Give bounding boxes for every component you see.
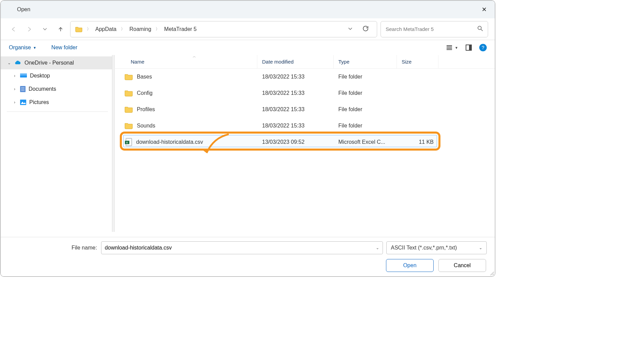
column-name[interactable]: Name bbox=[114, 55, 257, 68]
column-headers: Name Date modified Type Size bbox=[114, 55, 495, 69]
view-menu-button[interactable]: ▼ bbox=[447, 45, 458, 50]
column-date-modified[interactable]: Date modified bbox=[257, 55, 334, 68]
arrow-right-icon bbox=[26, 26, 32, 32]
toolbar: Organise ▼ New folder ▼ ? bbox=[1, 40, 495, 55]
arrow-up-icon bbox=[58, 26, 64, 32]
caret-down-icon: ▼ bbox=[455, 46, 458, 50]
tree-item-documents[interactable]: › Documents bbox=[1, 82, 114, 96]
filename-input[interactable] bbox=[105, 245, 376, 251]
chevron-down-icon: ⌄ bbox=[479, 245, 482, 250]
file-type: Microsoft Excel C... bbox=[334, 139, 397, 145]
organise-label: Organise bbox=[9, 45, 31, 51]
svg-rect-8 bbox=[20, 100, 26, 105]
preview-pane-button[interactable] bbox=[466, 45, 472, 51]
breadcrumb-roaming[interactable]: Roaming bbox=[129, 25, 151, 33]
file-date: 18/03/2022 15:33 bbox=[257, 74, 334, 80]
tree-label: Documents bbox=[29, 86, 56, 92]
pictures-icon bbox=[20, 99, 27, 105]
caret-down-icon: ▼ bbox=[33, 46, 36, 50]
list-view-icon bbox=[447, 45, 452, 50]
chevron-down-icon bbox=[43, 27, 47, 32]
tree-label: Desktop bbox=[30, 73, 50, 79]
chevron-down-icon bbox=[348, 27, 352, 31]
filename-label: File name: bbox=[9, 245, 98, 251]
file-rows: Bases18/03/2022 15:33File folderConfig18… bbox=[114, 69, 495, 150]
svg-text:X: X bbox=[126, 141, 128, 144]
file-type: File folder bbox=[334, 90, 397, 96]
file-list-area: ︿ Name Date modified Type Size Bases18/0… bbox=[114, 55, 495, 232]
up-button[interactable] bbox=[54, 23, 67, 35]
file-name: download-historicaldata.csv bbox=[136, 139, 203, 145]
folder-row[interactable]: Bases18/03/2022 15:33File folder bbox=[114, 69, 495, 85]
file-type: File folder bbox=[334, 74, 397, 80]
file-row[interactable]: Xdownload-historicaldata.csv13/03/2023 0… bbox=[114, 134, 495, 150]
help-button[interactable]: ? bbox=[479, 44, 487, 51]
folder-row[interactable]: Sounds18/03/2022 15:33File folder bbox=[114, 118, 495, 134]
svg-line-1 bbox=[481, 29, 483, 31]
search-icon[interactable] bbox=[478, 26, 483, 32]
chevron-right-icon: › bbox=[12, 87, 17, 91]
chevron-down-icon[interactable]: ⌄ bbox=[376, 245, 379, 250]
column-size[interactable]: Size bbox=[397, 55, 438, 68]
tree-label: OneDrive - Personal bbox=[25, 60, 74, 66]
path-dropdown-button[interactable] bbox=[345, 25, 356, 34]
open-dialog: Open ✕ 〉 AppData 〉 Roaming 〉 MetaTrader … bbox=[0, 0, 495, 277]
onedrive-icon bbox=[14, 60, 22, 66]
tree-item-pictures[interactable]: › Pictures bbox=[1, 96, 114, 109]
arrow-left-icon bbox=[11, 26, 17, 32]
chevron-right-icon[interactable]: 〉 bbox=[120, 26, 126, 32]
refresh-icon bbox=[363, 25, 369, 32]
document-icon bbox=[20, 86, 26, 92]
file-name: Config bbox=[137, 90, 152, 96]
svg-point-0 bbox=[478, 26, 481, 30]
address-bar: 〉 AppData 〉 Roaming 〉 MetaTrader 5 bbox=[1, 18, 495, 40]
search-input[interactable] bbox=[386, 26, 478, 32]
chevron-right-icon[interactable]: 〉 bbox=[155, 26, 160, 32]
column-type[interactable]: Type bbox=[334, 55, 397, 68]
filename-combobox[interactable]: ⌄ bbox=[101, 241, 383, 254]
chevron-down-icon: ⌄ bbox=[7, 61, 12, 65]
divider bbox=[7, 111, 108, 112]
file-date: 13/03/2023 09:52 bbox=[257, 139, 334, 145]
file-size: 11 KB bbox=[397, 139, 438, 145]
open-button[interactable]: Open bbox=[386, 259, 434, 272]
file-name: Profiles bbox=[137, 106, 155, 113]
desktop-icon bbox=[20, 73, 27, 79]
file-type: File folder bbox=[334, 123, 397, 129]
tree-label: Pictures bbox=[29, 99, 49, 105]
file-date: 18/03/2022 15:33 bbox=[257, 106, 334, 113]
file-date: 18/03/2022 15:33 bbox=[257, 90, 334, 96]
file-name: Sounds bbox=[137, 123, 155, 129]
back-button[interactable] bbox=[7, 23, 20, 35]
chevron-right-icon: › bbox=[12, 100, 17, 105]
breadcrumb-current[interactable]: MetaTrader 5 bbox=[164, 25, 197, 33]
file-type: File folder bbox=[334, 106, 397, 113]
main-area: ⌄ OneDrive - Personal › Desktop › Docume… bbox=[1, 55, 495, 232]
breadcrumb-bar[interactable]: 〉 AppData 〉 Roaming 〉 MetaTrader 5 bbox=[70, 21, 377, 37]
navigation-tree: ⌄ OneDrive - Personal › Desktop › Docume… bbox=[1, 55, 114, 232]
file-date: 18/03/2022 15:33 bbox=[257, 123, 334, 129]
svg-rect-3 bbox=[20, 73, 27, 75]
footer: File name: ⌄ ASCII Text (*.csv,*.prn,*.t… bbox=[1, 237, 495, 276]
recent-locations-button[interactable] bbox=[39, 23, 51, 35]
tree-item-desktop[interactable]: › Desktop bbox=[1, 69, 114, 82]
organise-button[interactable]: Organise ▼ bbox=[9, 45, 36, 51]
folder-icon bbox=[75, 26, 83, 32]
file-name: Bases bbox=[137, 74, 152, 80]
file-type-filter-label: ASCII Text (*.csv,*.prn,*.txt) bbox=[391, 245, 457, 251]
breadcrumb-appdata[interactable]: AppData bbox=[95, 25, 117, 33]
resize-grip[interactable] bbox=[489, 271, 494, 275]
folder-row[interactable]: Config18/03/2022 15:33File folder bbox=[114, 85, 495, 101]
search-box[interactable] bbox=[381, 21, 488, 37]
folder-row[interactable]: Profiles18/03/2022 15:33File folder bbox=[114, 101, 495, 118]
tree-root-onedrive[interactable]: ⌄ OneDrive - Personal bbox=[1, 56, 114, 69]
chevron-right-icon: › bbox=[12, 73, 17, 78]
new-folder-button[interactable]: New folder bbox=[51, 45, 77, 51]
forward-button[interactable] bbox=[23, 23, 35, 35]
close-icon[interactable]: ✕ bbox=[479, 4, 489, 15]
title-bar: Open ✕ bbox=[1, 1, 495, 18]
file-type-filter[interactable]: ASCII Text (*.csv,*.prn,*.txt) ⌄ bbox=[386, 241, 487, 254]
chevron-right-icon[interactable]: 〉 bbox=[86, 26, 92, 32]
cancel-button[interactable]: Cancel bbox=[438, 259, 486, 272]
refresh-button[interactable] bbox=[359, 24, 372, 34]
